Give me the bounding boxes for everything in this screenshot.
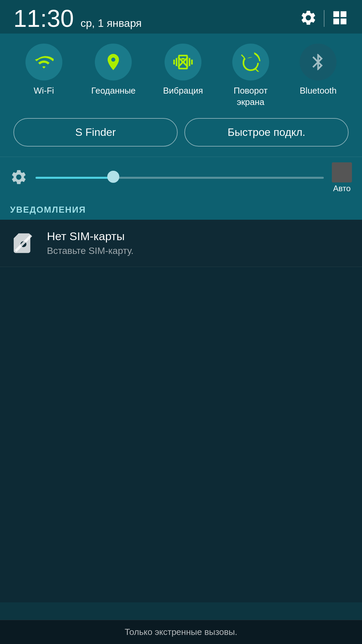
notifications-title: УВЕДОМЛЕНИЯ [10,205,86,215]
bottom-status-text: Только экстренные вызовы. [125,627,237,637]
status-left: 11:30 ср, 1 января [13,6,142,31]
wifi-circle [25,44,62,80]
sfinder-button[interactable]: S Finder [13,118,178,147]
brightness-slider[interactable] [36,171,324,184]
action-buttons-row: S Finder Быстрое подкл. [10,115,352,150]
bottom-bar: Только экстренные вызовы. [0,620,362,644]
notifications-header: УВЕДОМЛЕНИЯ [0,200,362,220]
auto-icon [332,162,352,182]
vibration-circle [165,44,201,80]
notification-item-sim[interactable]: Нет SIM-карты Вставьте SIM-карту. [0,220,362,267]
brightness-icon [10,168,27,187]
date: ср, 1 января [80,17,141,30]
sim-icon [10,230,37,257]
geodata-label: Геоданные [91,85,135,97]
grid-icon[interactable] [331,9,349,28]
auto-brightness-button[interactable]: Авто [332,162,352,193]
divider [324,10,324,27]
status-right [300,9,349,28]
toggle-vibration[interactable]: Вибрация [163,44,203,97]
brightness-track [36,177,324,179]
status-bar: 11:30 ср, 1 января [0,0,362,34]
rotation-label: Поворот экрана [234,85,267,108]
bluetooth-label: Bluetooth [300,85,337,97]
toggle-rotation[interactable]: Поворот экрана [231,44,271,108]
quick-toggles-row: Wi-Fi Геоданные Вибрация [10,44,352,108]
clock: 11:30 [13,6,74,31]
wifi-label: Wi-Fi [34,85,54,97]
notif-subtitle-sim: Вставьте SIM-карту. [47,246,352,256]
auto-label: Авто [333,184,351,193]
toggle-geodata[interactable]: Геоданные [91,44,135,97]
brightness-fill [36,177,113,179]
notif-content-sim: Нет SIM-карты Вставьте SIM-карту. [47,230,352,256]
settings-icon[interactable] [300,9,317,28]
quick-settings-panel: Wi-Fi Геоданные Вибрация [0,34,362,157]
geodata-circle [95,44,132,80]
bluetooth-circle [300,44,337,80]
brightness-row: Авто [0,157,362,200]
toggle-wifi[interactable]: Wi-Fi [24,44,64,97]
brightness-thumb [107,171,119,183]
quickconnect-button[interactable]: Быстрое подкл. [184,118,349,147]
notif-title-sim: Нет SIM-карты [47,230,352,243]
rotation-circle [232,44,269,80]
vibration-label: Вибрация [163,85,203,97]
main-content-area [0,267,362,602]
toggle-bluetooth[interactable]: Bluetooth [298,44,338,97]
